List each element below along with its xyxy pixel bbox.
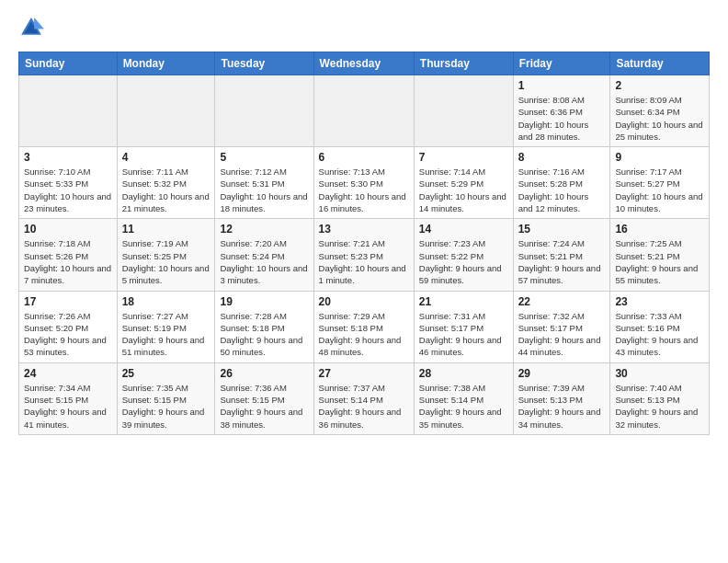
day-info: Sunrise: 8:09 AM Sunset: 6:34 PM Dayligh… (615, 94, 704, 143)
day-number: 18 (122, 295, 210, 308)
calendar-cell: 6Sunrise: 7:13 AM Sunset: 5:30 PM Daylig… (313, 147, 414, 219)
day-info: Sunrise: 7:32 AM Sunset: 5:17 PM Dayligh… (518, 310, 606, 359)
col-header-tuesday: Tuesday (215, 52, 313, 75)
svg-marker-2 (34, 17, 44, 29)
day-info: Sunrise: 7:27 AM Sunset: 5:19 PM Dayligh… (122, 310, 210, 359)
calendar-cell: 4Sunrise: 7:11 AM Sunset: 5:32 PM Daylig… (117, 147, 215, 219)
day-info: Sunrise: 7:37 AM Sunset: 5:14 PM Dayligh… (319, 382, 409, 431)
day-info: Sunrise: 8:08 AM Sunset: 6:36 PM Dayligh… (518, 94, 606, 143)
calendar-cell: 15Sunrise: 7:24 AM Sunset: 5:21 PM Dayli… (513, 219, 610, 291)
calendar-cell: 18Sunrise: 7:27 AM Sunset: 5:19 PM Dayli… (117, 291, 215, 362)
day-number: 25 (122, 367, 210, 380)
week-row-3: 10Sunrise: 7:18 AM Sunset: 5:26 PM Dayli… (19, 219, 710, 291)
day-info: Sunrise: 7:34 AM Sunset: 5:15 PM Dayligh… (24, 382, 112, 431)
day-info: Sunrise: 7:11 AM Sunset: 5:32 PM Dayligh… (122, 166, 210, 214)
calendar-header-row: SundayMondayTuesdayWednesdayThursdayFrid… (19, 52, 710, 75)
calendar-cell: 21Sunrise: 7:31 AM Sunset: 5:17 PM Dayli… (414, 291, 513, 362)
day-info: Sunrise: 7:25 AM Sunset: 5:21 PM Dayligh… (615, 237, 704, 286)
day-number: 23 (615, 295, 704, 308)
day-info: Sunrise: 7:19 AM Sunset: 5:25 PM Dayligh… (122, 237, 210, 286)
day-info: Sunrise: 7:16 AM Sunset: 5:28 PM Dayligh… (518, 166, 606, 214)
day-number: 30 (615, 367, 704, 380)
calendar-cell: 12Sunrise: 7:20 AM Sunset: 5:24 PM Dayli… (215, 219, 313, 291)
day-number: 14 (419, 223, 508, 236)
calendar-cell: 2Sunrise: 8:09 AM Sunset: 6:34 PM Daylig… (610, 75, 710, 147)
col-header-wednesday: Wednesday (313, 52, 414, 75)
week-row-5: 24Sunrise: 7:34 AM Sunset: 5:15 PM Dayli… (19, 362, 710, 434)
day-number: 5 (220, 151, 308, 164)
day-number: 12 (220, 223, 308, 236)
calendar-cell: 9Sunrise: 7:17 AM Sunset: 5:27 PM Daylig… (610, 147, 710, 219)
day-info: Sunrise: 7:10 AM Sunset: 5:33 PM Dayligh… (24, 166, 112, 214)
week-row-2: 3Sunrise: 7:10 AM Sunset: 5:33 PM Daylig… (19, 147, 710, 219)
day-number: 7 (419, 151, 508, 164)
day-number: 28 (419, 367, 508, 380)
day-info: Sunrise: 7:13 AM Sunset: 5:30 PM Dayligh… (319, 166, 409, 214)
calendar-cell: 28Sunrise: 7:38 AM Sunset: 5:14 PM Dayli… (414, 362, 513, 434)
calendar-cell (215, 75, 313, 147)
day-number: 22 (518, 295, 606, 308)
calendar-cell (117, 75, 215, 147)
day-info: Sunrise: 7:39 AM Sunset: 5:13 PM Dayligh… (518, 382, 606, 431)
calendar-cell: 30Sunrise: 7:40 AM Sunset: 5:13 PM Dayli… (610, 362, 710, 434)
day-number: 9 (615, 151, 704, 164)
day-info: Sunrise: 7:20 AM Sunset: 5:24 PM Dayligh… (220, 237, 308, 286)
day-number: 8 (518, 151, 606, 164)
day-info: Sunrise: 7:14 AM Sunset: 5:29 PM Dayligh… (419, 166, 508, 214)
day-info: Sunrise: 7:23 AM Sunset: 5:22 PM Dayligh… (419, 237, 508, 286)
day-number: 15 (518, 223, 606, 236)
day-number: 29 (518, 367, 606, 380)
day-number: 2 (615, 79, 704, 92)
day-number: 11 (122, 223, 210, 236)
day-info: Sunrise: 7:12 AM Sunset: 5:31 PM Dayligh… (220, 166, 308, 214)
day-number: 26 (220, 367, 308, 380)
calendar-cell: 19Sunrise: 7:28 AM Sunset: 5:18 PM Dayli… (215, 291, 313, 362)
col-header-sunday: Sunday (19, 52, 118, 75)
calendar-table: SundayMondayTuesdayWednesdayThursdayFrid… (18, 52, 710, 435)
calendar-cell: 13Sunrise: 7:21 AM Sunset: 5:23 PM Dayli… (313, 219, 414, 291)
col-header-friday: Friday (513, 52, 610, 75)
calendar-cell: 16Sunrise: 7:25 AM Sunset: 5:21 PM Dayli… (610, 219, 710, 291)
calendar-cell: 11Sunrise: 7:19 AM Sunset: 5:25 PM Dayli… (117, 219, 215, 291)
day-number: 27 (319, 367, 409, 380)
day-number: 10 (24, 223, 112, 236)
calendar-cell: 7Sunrise: 7:14 AM Sunset: 5:29 PM Daylig… (414, 147, 513, 219)
week-row-4: 17Sunrise: 7:26 AM Sunset: 5:20 PM Dayli… (19, 291, 710, 362)
logo (18, 15, 48, 40)
calendar-cell: 23Sunrise: 7:33 AM Sunset: 5:16 PM Dayli… (610, 291, 710, 362)
col-header-monday: Monday (117, 52, 215, 75)
day-number: 16 (615, 223, 704, 236)
day-info: Sunrise: 7:33 AM Sunset: 5:16 PM Dayligh… (615, 310, 704, 359)
day-info: Sunrise: 7:28 AM Sunset: 5:18 PM Dayligh… (220, 310, 308, 359)
header (18, 15, 710, 40)
calendar-cell: 17Sunrise: 7:26 AM Sunset: 5:20 PM Dayli… (19, 291, 118, 362)
day-info: Sunrise: 7:21 AM Sunset: 5:23 PM Dayligh… (319, 237, 409, 286)
calendar-cell: 25Sunrise: 7:35 AM Sunset: 5:15 PM Dayli… (117, 362, 215, 434)
calendar-cell: 27Sunrise: 7:37 AM Sunset: 5:14 PM Dayli… (313, 362, 414, 434)
day-info: Sunrise: 7:40 AM Sunset: 5:13 PM Dayligh… (615, 382, 704, 431)
logo-icon (18, 15, 44, 40)
day-number: 17 (24, 295, 112, 308)
day-info: Sunrise: 7:17 AM Sunset: 5:27 PM Dayligh… (615, 166, 704, 214)
day-number: 13 (319, 223, 409, 236)
day-info: Sunrise: 7:31 AM Sunset: 5:17 PM Dayligh… (419, 310, 508, 359)
calendar-cell: 8Sunrise: 7:16 AM Sunset: 5:28 PM Daylig… (513, 147, 610, 219)
calendar-cell (19, 75, 118, 147)
day-info: Sunrise: 7:29 AM Sunset: 5:18 PM Dayligh… (319, 310, 409, 359)
day-info: Sunrise: 7:18 AM Sunset: 5:26 PM Dayligh… (24, 237, 112, 286)
calendar-cell: 29Sunrise: 7:39 AM Sunset: 5:13 PM Dayli… (513, 362, 610, 434)
page: SundayMondayTuesdayWednesdayThursdayFrid… (0, 0, 728, 444)
day-number: 1 (518, 79, 606, 92)
day-number: 6 (319, 151, 409, 164)
day-number: 4 (122, 151, 210, 164)
col-header-thursday: Thursday (414, 52, 513, 75)
calendar-cell: 5Sunrise: 7:12 AM Sunset: 5:31 PM Daylig… (215, 147, 313, 219)
day-number: 20 (319, 295, 409, 308)
day-info: Sunrise: 7:36 AM Sunset: 5:15 PM Dayligh… (220, 382, 308, 431)
calendar-cell: 22Sunrise: 7:32 AM Sunset: 5:17 PM Dayli… (513, 291, 610, 362)
day-info: Sunrise: 7:38 AM Sunset: 5:14 PM Dayligh… (419, 382, 508, 431)
day-info: Sunrise: 7:26 AM Sunset: 5:20 PM Dayligh… (24, 310, 112, 359)
calendar-cell: 3Sunrise: 7:10 AM Sunset: 5:33 PM Daylig… (19, 147, 118, 219)
calendar-cell (414, 75, 513, 147)
day-info: Sunrise: 7:24 AM Sunset: 5:21 PM Dayligh… (518, 237, 606, 286)
